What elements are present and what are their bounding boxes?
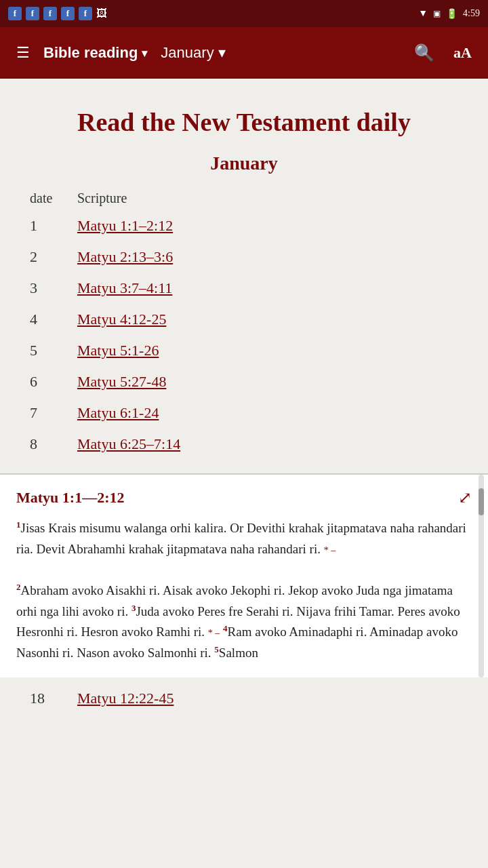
menu-icon[interactable]: ☰ — [11, 39, 35, 67]
external-link-icon[interactable]: ⤢ — [458, 488, 472, 507]
table-row: 2 Matyu 2:13–3:6 — [27, 241, 461, 273]
status-bar-right: ▼ ▣ 🔋 4:59 — [418, 8, 480, 20]
scripture-link-8[interactable]: Matyu 6:25–7:14 — [77, 435, 180, 452]
scripture-link-6[interactable]: Matyu 5:27-48 — [77, 373, 166, 390]
table-row: 18 Matyu 12:22-45 — [27, 683, 461, 714]
status-bar-left: f f f f f 🖼 — [8, 7, 107, 20]
fb-icon-5: f — [79, 7, 92, 20]
preview-paragraph-2: 2Abraham avoko Aisakhi ri. Aisak avoko J… — [16, 580, 472, 664]
page-title: Read the New Testament daily — [27, 106, 461, 139]
scripture-link-4[interactable]: Matyu 4:12-25 — [77, 311, 166, 328]
scripture-link-7[interactable]: Matyu 6:1-24 — [77, 404, 159, 421]
wifi-icon: ▼ — [418, 8, 428, 19]
toolbar: ☰ Bible reading ▾ January ▾ 🔍 aA — [0, 27, 488, 79]
bottom-reading-section: 18 Matyu 12:22-45 — [0, 677, 488, 719]
col-header-scripture: Scripture — [75, 186, 461, 210]
day-number-8: 8 — [27, 429, 75, 460]
scripture-link-5[interactable]: Matyu 5:1-26 — [77, 342, 159, 359]
table-row: 8 Matyu 6:25–7:14 — [27, 429, 461, 460]
preview-header: Matyu 1:1—2:12 ⤢ — [16, 488, 472, 507]
day-number-6: 6 — [27, 366, 75, 397]
gallery-icon: 🖼 — [96, 7, 107, 20]
table-row: 7 Matyu 6:1-24 — [27, 397, 461, 429]
day-number-1: 1 — [27, 210, 75, 241]
scripture-link-3[interactable]: Matyu 3:7–4:11 — [77, 279, 172, 296]
day-number-5: 5 — [27, 335, 75, 366]
time-display: 4:59 — [463, 8, 480, 19]
scroll-thumb — [479, 488, 484, 515]
table-row: 5 Matyu 5:1-26 — [27, 335, 461, 366]
preview-panel: Matyu 1:1—2:12 ⤢ 1Jisas Krais misumu wal… — [0, 473, 488, 677]
day-number-3: 3 — [27, 273, 75, 304]
preview-text: 1Jisas Krais misumu walanga orhi kalira.… — [16, 518, 472, 663]
preview-title: Matyu 1:1—2:12 — [16, 489, 124, 507]
col-header-date: date — [27, 186, 75, 210]
fb-icon-2: f — [26, 7, 39, 20]
day-number-4: 4 — [27, 304, 75, 335]
fb-icon-4: f — [61, 7, 75, 20]
month-dropdown-button[interactable]: January ▾ — [161, 44, 225, 62]
month-dropdown-arrow: ▾ — [218, 44, 226, 62]
table-row: 6 Matyu 5:27-48 — [27, 366, 461, 397]
reading-table: date Scripture 1 Matyu 1:1–2:12 2 Matyu … — [27, 186, 461, 460]
scripture-link-18[interactable]: Matyu 12:22-45 — [77, 690, 174, 707]
title-dropdown-arrow: ▾ — [142, 47, 147, 60]
font-size-icon[interactable]: aA — [448, 39, 477, 67]
bottom-reading-table: 18 Matyu 12:22-45 — [27, 683, 461, 714]
table-row: 1 Matyu 1:1–2:12 — [27, 210, 461, 241]
day-number-18: 18 — [27, 683, 75, 714]
scroll-indicator[interactable] — [479, 475, 484, 677]
signal-icon: ▣ — [433, 9, 441, 19]
day-number-2: 2 — [27, 241, 75, 273]
ref-mark-1: * – — [324, 545, 336, 555]
scripture-link-2[interactable]: Matyu 2:13–3:6 — [77, 248, 173, 265]
fb-icon-3: f — [43, 7, 57, 20]
day-number-7: 7 — [27, 397, 75, 429]
preview-paragraph-1: 1Jisas Krais misumu walanga orhi kalira.… — [16, 518, 472, 559]
toolbar-title-label: Bible reading — [43, 44, 138, 62]
bible-reading-dropdown-button[interactable]: Bible reading ▾ — [43, 44, 147, 62]
month-label: January — [161, 44, 214, 62]
status-bar: f f f f f 🖼 ▼ ▣ 🔋 4:59 — [0, 0, 488, 27]
main-content: Read the New Testament daily January dat… — [0, 79, 488, 473]
fb-icon-1: f — [8, 7, 22, 20]
search-icon[interactable]: 🔍 — [409, 38, 440, 68]
table-row: 4 Matyu 4:12-25 — [27, 304, 461, 335]
scripture-link-1[interactable]: Matyu 1:1–2:12 — [77, 217, 173, 234]
month-heading: January — [27, 153, 461, 174]
ref-mark-3: * – — [208, 629, 220, 639]
battery-icon: 🔋 — [446, 8, 458, 20]
table-row: 3 Matyu 3:7–4:11 — [27, 273, 461, 304]
